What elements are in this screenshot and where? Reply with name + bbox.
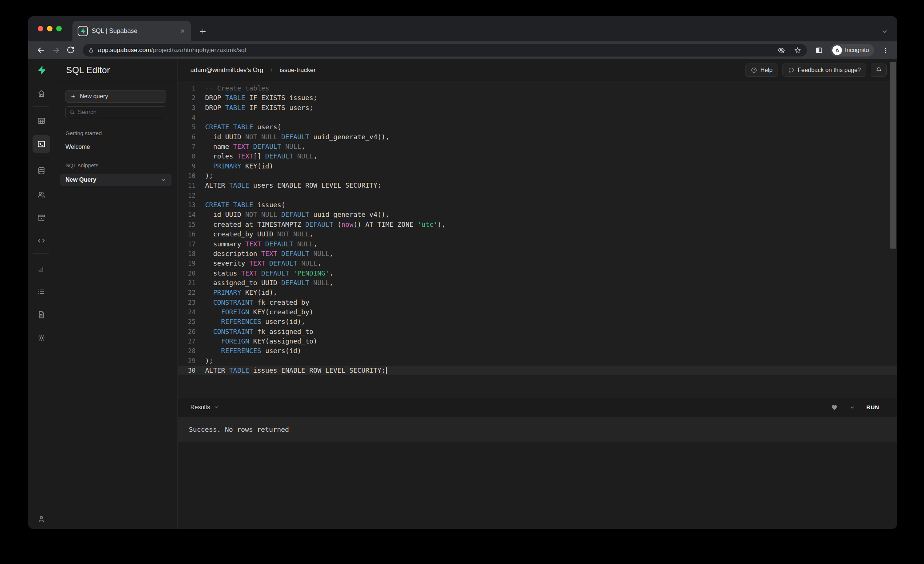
code-line[interactable]: 12 — [178, 191, 897, 200]
url-text: app.supabase.com/project/azahtnhqohyjerz… — [98, 46, 246, 54]
home-icon[interactable] — [33, 85, 50, 102]
profile-icon[interactable] — [33, 510, 50, 528]
breadcrumb-org[interactable]: adam@windmill.dev's Org — [190, 66, 263, 74]
side-panel-icon[interactable] — [813, 44, 825, 57]
url-bar[interactable]: app.supabase.com/project/azahtnhqohyjerz… — [83, 44, 807, 57]
supabase-favicon-icon — [78, 26, 88, 36]
code-lines: 1-- Create tables2DROP TABLE IF EXISTS i… — [178, 84, 897, 375]
code-line[interactable]: 30ALTER TABLE issues ENABLE ROW LEVEL SE… — [178, 366, 897, 375]
new-tab-button[interactable] — [197, 26, 208, 37]
code-line[interactable]: 28 REFERENCES users(id) — [178, 346, 897, 356]
close-window-button[interactable] — [38, 26, 43, 31]
code-line[interactable]: 4 — [178, 113, 897, 122]
code-line[interactable]: 24 FOREIGN KEY(created_by) — [178, 307, 897, 317]
browser-window: SQL | Supabase app.supabase.com/project/… — [28, 16, 897, 529]
code-line[interactable]: 6 id UUID NOT NULL DEFAULT uuid_generate… — [178, 132, 897, 142]
notifications-button[interactable] — [871, 64, 886, 77]
results-bar: Results RUN — [178, 397, 897, 417]
chevron-down-icon — [214, 404, 219, 410]
forward-icon[interactable] — [50, 44, 62, 57]
code-line[interactable]: 20 status TEXT DEFAULT 'PENDING', — [178, 269, 897, 278]
code-line[interactable]: 18 description TEXT DEFAULT NULL, — [178, 249, 897, 259]
feedback-button[interactable]: Feedback on this page? — [783, 64, 866, 77]
code-line[interactable]: 27 FOREIGN KEY(assigned_to) — [178, 337, 897, 346]
sql-editor[interactable]: 1-- Create tables2DROP TABLE IF EXISTS i… — [178, 81, 897, 397]
code-line[interactable]: 17 summary TEXT DEFAULT NULL, — [178, 239, 897, 249]
logs-icon[interactable] — [33, 283, 50, 301]
search-icon — [69, 109, 75, 115]
code-line[interactable]: 14 id UUID NOT NULL DEFAULT uuid_generat… — [178, 210, 897, 219]
breadcrumb: adam@windmill.dev's Org / issue-tracker — [190, 66, 316, 74]
code-line[interactable]: 13CREATE TABLE issues( — [178, 200, 897, 210]
code-line[interactable]: 10); — [178, 171, 897, 181]
supabase-logo[interactable] — [33, 61, 50, 79]
tab-title: SQL | Supabase — [92, 27, 176, 35]
back-icon[interactable] — [35, 44, 47, 57]
code-line[interactable]: 8 roles TEXT[] DEFAULT NULL, — [178, 151, 897, 161]
code-line[interactable]: 15 created_at TIMESTAMPTZ DEFAULT (now()… — [178, 220, 897, 229]
code-line[interactable]: 7 name TEXT DEFAULT NULL, — [178, 142, 897, 151]
code-line[interactable]: 3DROP TABLE IF EXISTS users; — [178, 103, 897, 113]
auth-users-icon[interactable] — [33, 186, 50, 203]
run-button[interactable]: RUN — [866, 404, 879, 410]
code-line[interactable]: 25 REFERENCES users(id), — [178, 317, 897, 326]
section-sql-snippets: SQL snippets — [65, 162, 166, 168]
tab-close-icon[interactable] — [180, 28, 186, 34]
reload-icon[interactable] — [64, 44, 77, 57]
zoom-window-button[interactable] — [56, 26, 62, 31]
sql-editor-icon[interactable] — [33, 135, 50, 153]
nav-rail — [28, 59, 54, 529]
run-options-chevron-icon[interactable] — [849, 404, 855, 410]
api-code-icon[interactable] — [33, 232, 50, 250]
scrollbar-thumb[interactable] — [890, 62, 896, 248]
browser-tab[interactable]: SQL | Supabase — [72, 21, 191, 41]
code-line[interactable]: 9 PRIMARY KEY(id) — [178, 162, 897, 171]
search-input[interactable] — [78, 109, 162, 115]
code-line[interactable]: 19 severity TEXT DEFAULT NULL, — [178, 259, 897, 268]
new-query-button[interactable]: New query — [65, 90, 166, 103]
settings-gear-icon[interactable] — [33, 329, 50, 347]
tab-search-chevron-icon[interactable] — [880, 27, 890, 36]
section-getting-started: Getting started — [65, 130, 166, 136]
lock-icon — [88, 47, 94, 54]
main-header: adam@windmill.dev's Org / issue-tracker … — [178, 59, 897, 81]
results-empty-area — [178, 442, 897, 529]
search-box[interactable] — [65, 106, 166, 118]
code-line[interactable]: 5CREATE TABLE users( — [178, 122, 897, 132]
favorite-heart-icon[interactable] — [831, 403, 838, 411]
code-line[interactable]: 2DROP TABLE IF EXISTS issues; — [178, 93, 897, 103]
code-line[interactable]: 16 created_by UUID NOT NULL, — [178, 229, 897, 239]
code-line[interactable]: 23 CONSTRAINT fk_created_by — [178, 298, 897, 307]
incognito-label: Incognito — [845, 47, 869, 54]
code-line[interactable]: 22 PRIMARY KEY(id), — [178, 288, 897, 297]
incognito-badge[interactable]: Incognito — [831, 44, 874, 57]
code-line[interactable]: 26 CONSTRAINT fk_assigned_to — [178, 327, 897, 337]
menu-dots-icon[interactable] — [879, 44, 892, 57]
success-message: Success. No rows returned — [189, 425, 289, 433]
results-dropdown[interactable]: Results — [190, 404, 219, 411]
eye-off-icon[interactable] — [777, 46, 785, 54]
breadcrumb-separator: / — [270, 66, 272, 74]
table-editor-icon[interactable] — [33, 112, 50, 130]
speech-bubble-icon — [788, 67, 795, 73]
code-line[interactable]: 11ALTER TABLE users ENABLE ROW LEVEL SEC… — [178, 181, 897, 190]
code-line[interactable]: 21 assigned_to UUID DEFAULT NULL, — [178, 278, 897, 288]
breadcrumb-project[interactable]: issue-tracker — [280, 66, 316, 74]
bookmark-star-icon[interactable] — [794, 46, 802, 54]
window-controls — [38, 26, 62, 31]
chevron-down-icon — [160, 177, 166, 183]
sidebar-item-new-query[interactable]: New Query — [60, 174, 171, 186]
sidebar-item-welcome[interactable]: Welcome — [65, 144, 166, 150]
code-line[interactable]: 1-- Create tables — [178, 84, 897, 93]
code-line[interactable]: 29); — [178, 356, 897, 366]
help-button[interactable]: Help — [745, 64, 778, 77]
supabase-app: SQL Editor New query Getting started Wel… — [28, 59, 897, 529]
database-icon[interactable] — [33, 162, 50, 180]
sidebar-header: SQL Editor — [54, 59, 177, 81]
reports-icon[interactable] — [33, 260, 50, 277]
storage-icon[interactable] — [33, 209, 50, 227]
docs-icon[interactable] — [33, 306, 50, 323]
minimize-window-button[interactable] — [47, 26, 52, 31]
tab-strip: SQL | Supabase — [28, 16, 897, 41]
page-title: SQL Editor — [66, 65, 110, 75]
